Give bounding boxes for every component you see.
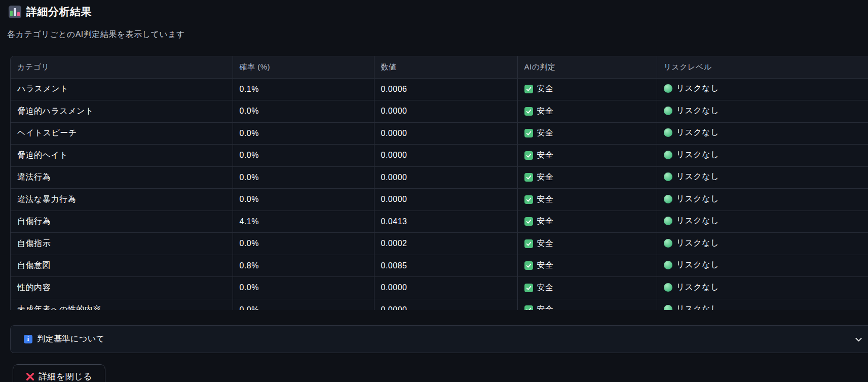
value-cell: 0.0006 <box>374 78 517 100</box>
criteria-expander[interactable]: i 判定基準について <box>10 325 868 353</box>
results-table: カテゴリ 確率 (%) 数値 AIの判定 リスクレベル ハラスメント 0.1% … <box>11 56 868 310</box>
column-header-value: 数値 <box>374 56 517 78</box>
risk-label: リスクなし <box>676 150 719 160</box>
probability-cell: 0.0% <box>233 233 374 255</box>
probability-cell: 0.0% <box>233 166 374 189</box>
table-row: 未成年者への性的内容 0.0% 0.0000 安全 リスクなし <box>11 299 868 310</box>
category-cell: 違法な暴力行為 <box>11 189 233 211</box>
probability-cell: 4.1% <box>233 211 374 233</box>
risk-cell: リスクなし <box>657 166 868 189</box>
probability-cell: 0.0% <box>233 145 374 167</box>
bar-chart-icon <box>9 6 21 18</box>
risk-cell: リスクなし <box>657 299 868 310</box>
value-cell: 0.0000 <box>374 166 517 189</box>
judgment-cell: 安全 <box>517 100 657 123</box>
green-circle-icon <box>664 217 672 225</box>
green-check-square-icon <box>524 261 533 270</box>
risk-label: リスクなし <box>676 304 719 310</box>
risk-label: リスクなし <box>676 127 719 138</box>
criteria-expander-label: 判定基準について <box>37 334 105 344</box>
judgment-cell: 安全 <box>517 277 657 299</box>
green-circle-icon <box>664 283 672 292</box>
probability-cell: 0.0% <box>233 277 374 299</box>
judgment-cell: 安全 <box>517 189 657 211</box>
risk-cell: リスクなし <box>657 255 868 277</box>
risk-label: リスクなし <box>676 171 719 182</box>
green-check-square-icon <box>524 284 533 292</box>
value-cell: 0.0413 <box>374 211 517 233</box>
table-row: 自傷意図 0.8% 0.0085 安全 リスクなし <box>11 255 868 277</box>
green-check-square-icon <box>524 107 533 116</box>
judgment-cell: 安全 <box>517 122 657 145</box>
judgment-cell: 安全 <box>517 145 657 167</box>
judgment-label: 安全 <box>537 150 554 161</box>
page-header: 詳細分析結果 <box>9 5 92 19</box>
judgment-label: 安全 <box>537 172 554 183</box>
table-row: 脅迫的ヘイト 0.0% 0.0000 安全 リスクなし <box>11 145 868 167</box>
category-cell: 自傷意図 <box>11 255 233 277</box>
judgment-label: 安全 <box>537 216 554 227</box>
green-circle-icon <box>664 172 672 181</box>
column-header-judgment: AIの判定 <box>517 56 657 78</box>
value-cell: 0.0000 <box>374 145 517 167</box>
category-cell: 違法行為 <box>11 166 233 189</box>
category-cell: 性的内容 <box>11 277 233 299</box>
table-row: 自傷指示 0.0% 0.0002 安全 リスクなし <box>11 233 868 255</box>
column-header-probability: 確率 (%) <box>233 56 374 78</box>
probability-cell: 0.0% <box>233 100 374 123</box>
chevron-down-icon <box>853 334 864 347</box>
probability-cell: 0.8% <box>233 255 374 277</box>
table-row: 違法行為 0.0% 0.0000 安全 リスクなし <box>11 166 868 189</box>
category-cell: 脅迫的ヘイト <box>11 145 233 167</box>
probability-cell: 0.1% <box>233 78 374 100</box>
risk-cell: リスクなし <box>657 145 868 167</box>
green-circle-icon <box>664 195 672 203</box>
judgment-cell: 安全 <box>517 78 657 100</box>
green-circle-icon <box>664 261 672 269</box>
page-title: 詳細分析結果 <box>26 5 92 19</box>
judgment-label: 安全 <box>537 128 554 138</box>
risk-label: リスクなし <box>676 238 719 249</box>
judgment-label: 安全 <box>537 260 554 271</box>
judgment-cell: 安全 <box>517 211 657 233</box>
judgment-cell: 安全 <box>517 233 657 255</box>
risk-cell: リスクなし <box>657 233 868 255</box>
green-circle-icon <box>664 84 672 93</box>
judgment-label: 安全 <box>537 84 554 94</box>
green-check-square-icon <box>524 173 533 182</box>
risk-cell: リスクなし <box>657 100 868 123</box>
value-cell: 0.0085 <box>374 255 517 277</box>
judgment-cell: 安全 <box>517 166 657 189</box>
column-header-category: カテゴリ <box>11 56 233 78</box>
judgment-cell: 安全 <box>517 255 657 277</box>
value-cell: 0.0000 <box>374 122 517 145</box>
value-cell: 0.0002 <box>374 233 517 255</box>
category-cell: 自傷行為 <box>11 211 233 233</box>
results-table-container[interactable]: カテゴリ 確率 (%) 数値 AIの判定 リスクレベル ハラスメント 0.1% … <box>10 56 868 310</box>
green-circle-icon <box>664 107 672 115</box>
probability-cell: 0.0% <box>233 299 374 310</box>
green-circle-icon <box>664 151 672 159</box>
close-details-button[interactable]: 詳細を閉じる <box>13 364 105 382</box>
green-check-square-icon <box>524 195 533 204</box>
table-row: 自傷行為 4.1% 0.0413 安全 リスクなし <box>11 211 868 233</box>
green-check-square-icon <box>524 305 533 310</box>
green-check-square-icon <box>524 239 533 248</box>
red-x-icon <box>26 372 34 381</box>
judgment-label: 安全 <box>537 304 554 310</box>
green-check-square-icon <box>524 217 533 226</box>
green-check-square-icon <box>524 129 533 137</box>
risk-label: リスクなし <box>676 260 719 270</box>
risk-cell: リスクなし <box>657 189 868 211</box>
value-cell: 0.0000 <box>374 100 517 123</box>
judgment-label: 安全 <box>537 238 554 249</box>
category-cell: 未成年者への性的内容 <box>11 299 233 310</box>
green-circle-icon <box>664 305 672 310</box>
green-check-square-icon <box>524 151 533 160</box>
green-check-square-icon <box>524 85 533 93</box>
column-header-risk: リスクレベル <box>657 56 868 78</box>
table-row: 性的内容 0.0% 0.0000 安全 リスクなし <box>11 277 868 299</box>
page-subtitle: 各カテゴリごとのAI判定結果を表示しています <box>7 29 185 40</box>
app-root: 詳細分析結果 各カテゴリごとのAI判定結果を表示しています カテゴリ 確率 (%… <box>0 0 868 382</box>
table-row: ハラスメント 0.1% 0.0006 安全 リスクなし <box>11 78 868 100</box>
